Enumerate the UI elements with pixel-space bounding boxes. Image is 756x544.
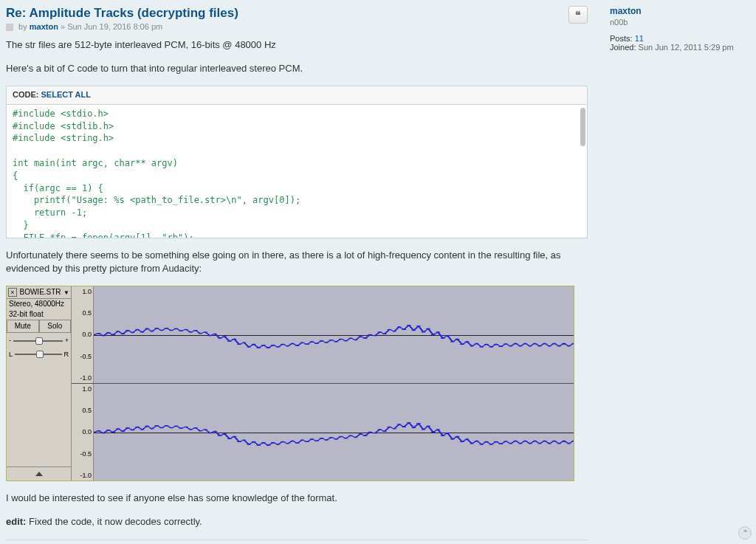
- svg-point-23: [203, 332, 208, 333]
- svg-point-38: [275, 347, 281, 348]
- svg-point-87: [513, 343, 518, 344]
- svg-point-184: [498, 444, 504, 444]
- svg-point-151: [339, 436, 344, 437]
- svg-point-130: [237, 441, 242, 442]
- close-track-icon[interactable]: ×: [8, 288, 17, 297]
- svg-point-136: [266, 445, 271, 446]
- svg-point-49: [329, 340, 334, 340]
- track-name[interactable]: BOWIE.STR: [19, 287, 61, 297]
- svg-point-11: [145, 328, 150, 329]
- scale-tick: 0.0: [72, 427, 92, 437]
- svg-point-40: [285, 345, 290, 346]
- by-label: by: [18, 22, 27, 31]
- svg-point-92: [537, 345, 543, 346]
- svg-point-148: [324, 440, 329, 441]
- svg-point-138: [275, 444, 281, 445]
- slider-thumb[interactable]: [35, 337, 43, 345]
- track-menu-icon[interactable]: ▼: [63, 289, 69, 297]
- svg-point-91: [532, 343, 537, 344]
- svg-point-8: [130, 332, 135, 333]
- select-all-link[interactable]: SELECT ALL: [41, 90, 91, 99]
- post-date: Sun Jun 19, 2016 8:06 pm: [67, 22, 162, 31]
- scroll-top-button[interactable]: ⌃: [738, 526, 752, 540]
- svg-point-93: [542, 343, 547, 344]
- svg-point-120: [188, 430, 193, 430]
- svg-point-60: [382, 334, 388, 334]
- svg-point-73: [445, 335, 450, 336]
- waveform-left[interactable]: [94, 286, 574, 383]
- svg-point-43: [300, 342, 305, 343]
- svg-point-160: [382, 431, 388, 432]
- svg-point-117: [173, 426, 179, 427]
- joined-date: Sun Jun 12, 2011 5:29 pm: [639, 43, 734, 52]
- svg-point-10: [140, 332, 145, 333]
- svg-point-81: [484, 344, 489, 345]
- svg-point-77: [464, 342, 470, 342]
- track-format-1: Stereo, 48000Hz: [7, 299, 71, 309]
- profile-username-link[interactable]: maxton: [610, 6, 642, 16]
- svg-point-68: [421, 332, 426, 333]
- svg-point-135: [261, 442, 267, 443]
- svg-point-173: [445, 433, 450, 433]
- svg-point-62: [392, 331, 397, 331]
- svg-point-90: [528, 345, 533, 346]
- slider-thumb[interactable]: [36, 351, 44, 358]
- svg-point-37: [271, 345, 276, 345]
- svg-point-7: [126, 330, 131, 331]
- post-author-link[interactable]: maxton: [30, 22, 58, 31]
- svg-point-112: [150, 428, 155, 429]
- svg-point-18: [179, 331, 184, 331]
- mute-button[interactable]: Mute: [7, 320, 39, 333]
- amplitude-scale: 1.0 0.5 0.0 -0.5 -1.0: [72, 384, 94, 481]
- code-content[interactable]: #include <stdio.h> #include <stdlib.h> #…: [7, 105, 587, 238]
- svg-point-167: [416, 423, 422, 424]
- svg-point-88: [518, 345, 523, 346]
- svg-point-69: [426, 328, 431, 329]
- svg-point-32: [247, 347, 252, 348]
- collapse-button[interactable]: [7, 466, 71, 481]
- gain-slider[interactable]: - +: [7, 333, 71, 347]
- svg-point-190: [528, 443, 533, 444]
- slider-max: +: [65, 336, 69, 345]
- svg-point-181: [484, 441, 489, 442]
- paragraph: Unfortunately there seems to be somethin…: [6, 249, 588, 275]
- scrollbar-thumb[interactable]: [580, 108, 585, 146]
- svg-point-45: [309, 342, 315, 342]
- solo-button[interactable]: Solo: [39, 320, 72, 333]
- svg-point-96: [557, 345, 562, 346]
- quote-button[interactable]: ❝: [568, 6, 588, 24]
- svg-point-47: [319, 340, 324, 341]
- post-meta: by maxton » Sun Jun 19, 2016 8:06 pm: [6, 22, 588, 31]
- svg-point-164: [402, 427, 407, 427]
- svg-point-44: [305, 344, 310, 345]
- amplitude-scale: 1.0 0.5 0.0 -0.5 -1.0: [72, 286, 94, 383]
- svg-point-29: [232, 339, 237, 340]
- pan-slider[interactable]: L R: [7, 347, 71, 361]
- svg-point-58: [373, 335, 378, 336]
- svg-point-152: [343, 438, 348, 438]
- paragraph: Here's a bit of C code to turn that into…: [6, 62, 588, 75]
- svg-point-176: [460, 441, 465, 442]
- svg-point-197: [562, 441, 567, 441]
- post-icon[interactable]: [6, 24, 13, 31]
- svg-point-78: [470, 345, 475, 346]
- scale-tick: -0.5: [72, 450, 92, 459]
- posts-count-link[interactable]: 11: [635, 34, 644, 43]
- svg-point-83: [494, 344, 499, 345]
- scale-tick: 1.0: [72, 287, 92, 297]
- svg-point-125: [213, 431, 218, 432]
- post-title-link[interactable]: Re: Amplitude Tracks (decrypting files): [6, 6, 238, 20]
- track-name-row: × BOWIE.STR ▼: [7, 286, 71, 299]
- svg-point-107: [126, 427, 131, 428]
- waveform-right[interactable]: [94, 384, 574, 481]
- last-edited-notice: Last edited by maxton on Thu Jun 23, 201…: [6, 540, 588, 544]
- svg-point-169: [426, 426, 431, 427]
- paragraph: edit: Fixed the code, it now decodes cor…: [6, 515, 588, 528]
- post-title: Re: Amplitude Tracks (decrypting files): [6, 6, 588, 21]
- svg-point-128: [227, 438, 233, 439]
- svg-point-137: [271, 442, 276, 443]
- svg-point-116: [169, 427, 174, 428]
- scale-tick: 1.0: [72, 385, 92, 394]
- svg-point-63: [396, 326, 402, 327]
- svg-point-124: [207, 433, 213, 433]
